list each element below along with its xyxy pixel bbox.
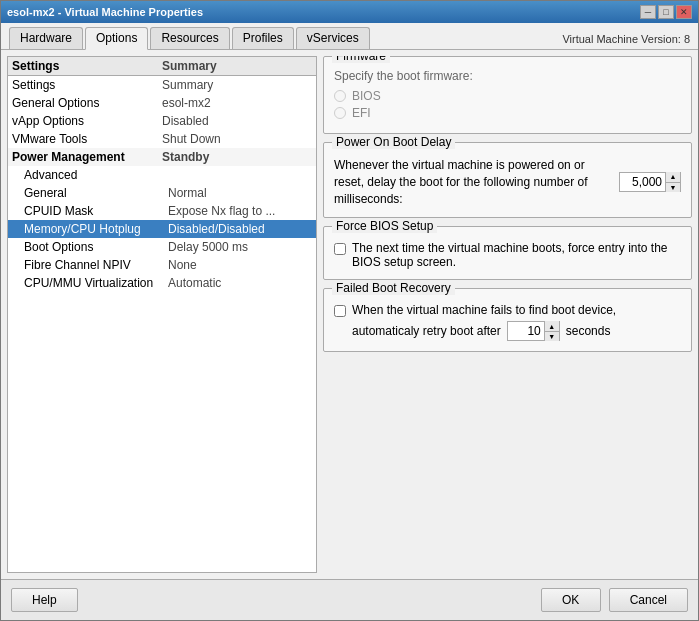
settings-item-swapfile[interactable]: CPU/MMU Virtualization Automatic [8, 274, 316, 292]
main-window: esol-mx2 - Virtual Machine Properties ─ … [0, 0, 699, 621]
titlebar-controls: ─ □ ✕ [640, 5, 692, 19]
settings-list-header: Settings Summary [8, 57, 316, 76]
boot-delay-group-title: Power On Boot Delay [332, 135, 455, 149]
settings-item-fibre-channel[interactable]: Boot Options Delay 5000 ms [8, 238, 316, 256]
efi-label: EFI [352, 106, 371, 120]
settings-item-vmware-tools[interactable]: vApp Options Disabled [8, 112, 316, 130]
firmware-description: Specify the boot firmware: [334, 69, 681, 83]
vm-version-label: Virtual Machine Version: 8 [562, 33, 690, 49]
spin-up-button[interactable]: ▲ [666, 172, 680, 183]
tabs-bar: Hardware Options Resources Profiles vSer… [1, 23, 698, 50]
seconds-label: seconds [566, 324, 611, 338]
settings-item-memory-cpu[interactable]: CPUID Mask Expose Nx flag to ... [8, 202, 316, 220]
window-title: esol-mx2 - Virtual Machine Properties [7, 6, 203, 18]
right-panel: Firmware Specify the boot firmware: BIOS… [323, 56, 692, 573]
force-bios-checkbox[interactable] [334, 243, 346, 255]
footer-right: OK Cancel [541, 588, 688, 612]
bios-radio-row: BIOS [334, 89, 681, 103]
settings-item-boot-options[interactable]: Memory/CPU Hotplug Disabled/Disabled [8, 220, 316, 238]
tab-resources[interactable]: Resources [150, 27, 229, 49]
force-bios-content: The next time the virtual machine boots,… [334, 241, 681, 269]
summary-col-header: Summary [162, 59, 312, 73]
help-button[interactable]: Help [11, 588, 78, 612]
retry-spinbox-buttons: ▲ ▼ [544, 321, 559, 341]
force-bios-description: The next time the virtual machine boots,… [352, 241, 681, 269]
retry-label: automaticaly retry boot after [352, 324, 501, 338]
settings-item-vapp-options[interactable]: General Options esol-mx2 [8, 94, 316, 112]
bios-radio[interactable] [334, 90, 346, 102]
tab-hardware[interactable]: Hardware [9, 27, 83, 49]
failed-boot-recovery-group: Failed Boot Recovery When the virtual ma… [323, 288, 692, 352]
firmware-group: Firmware Specify the boot firmware: BIOS… [323, 56, 692, 134]
close-button[interactable]: ✕ [676, 5, 692, 19]
boot-delay-spinbox: ▲ ▼ [619, 172, 681, 192]
failed-boot-row2: automaticaly retry boot after ▲ ▼ second… [334, 321, 681, 341]
settings-item-general-options[interactable]: Settings Summary [8, 76, 316, 94]
firmware-content: Specify the boot firmware: BIOS EFI [334, 69, 681, 120]
cancel-button[interactable]: Cancel [609, 588, 688, 612]
settings-item-advanced[interactable]: Power Management Standby [8, 148, 316, 166]
failed-boot-group-title: Failed Boot Recovery [332, 281, 455, 295]
tab-profiles[interactable]: Profiles [232, 27, 294, 49]
settings-col-header: Settings [12, 59, 162, 73]
failed-boot-content: When the virtual machine fails to find b… [334, 303, 681, 341]
firmware-group-title: Firmware [332, 56, 390, 63]
efi-radio[interactable] [334, 107, 346, 119]
boot-delay-description: Whenever the virtual machine is powered … [334, 157, 613, 207]
retry-spin-down-button[interactable]: ▼ [545, 332, 559, 342]
force-bios-group-title: Force BIOS Setup [332, 219, 437, 233]
force-bios-setup-group: Force BIOS Setup The next time the virtu… [323, 226, 692, 280]
minimize-button[interactable]: ─ [640, 5, 656, 19]
spin-down-button[interactable]: ▼ [666, 183, 680, 193]
tab-options[interactable]: Options [85, 27, 148, 50]
retry-input[interactable] [508, 322, 544, 340]
failed-boot-line1: When the virtual machine fails to find b… [352, 303, 616, 317]
ok-button[interactable]: OK [541, 588, 601, 612]
boot-delay-input[interactable] [620, 173, 665, 191]
settings-item-cpuid-mask[interactable]: General Normal [8, 184, 316, 202]
settings-item-power-management[interactable]: VMware Tools Shut Down [8, 130, 316, 148]
boot-delay-content: Whenever the virtual machine is powered … [334, 157, 681, 207]
settings-item-general-sub[interactable]: Advanced [8, 166, 316, 184]
power-on-boot-delay-group: Power On Boot Delay Whenever the virtual… [323, 142, 692, 218]
settings-panel: Settings Summary Settings Summary Genera… [7, 56, 317, 573]
retry-spinbox: ▲ ▼ [507, 321, 560, 341]
tab-vservices[interactable]: vServices [296, 27, 370, 49]
maximize-button[interactable]: □ [658, 5, 674, 19]
footer: Help OK Cancel [1, 579, 698, 620]
failed-boot-row1: When the virtual machine fails to find b… [334, 303, 681, 317]
efi-radio-row: EFI [334, 106, 681, 120]
settings-item-cpu-mmu[interactable]: Fibre Channel NPIV None [8, 256, 316, 274]
content-area: Settings Summary Settings Summary Genera… [1, 50, 698, 579]
titlebar: esol-mx2 - Virtual Machine Properties ─ … [1, 1, 698, 23]
retry-spin-up-button[interactable]: ▲ [545, 321, 559, 332]
spinbox-buttons: ▲ ▼ [665, 172, 680, 192]
bios-label: BIOS [352, 89, 381, 103]
failed-boot-checkbox[interactable] [334, 305, 346, 317]
